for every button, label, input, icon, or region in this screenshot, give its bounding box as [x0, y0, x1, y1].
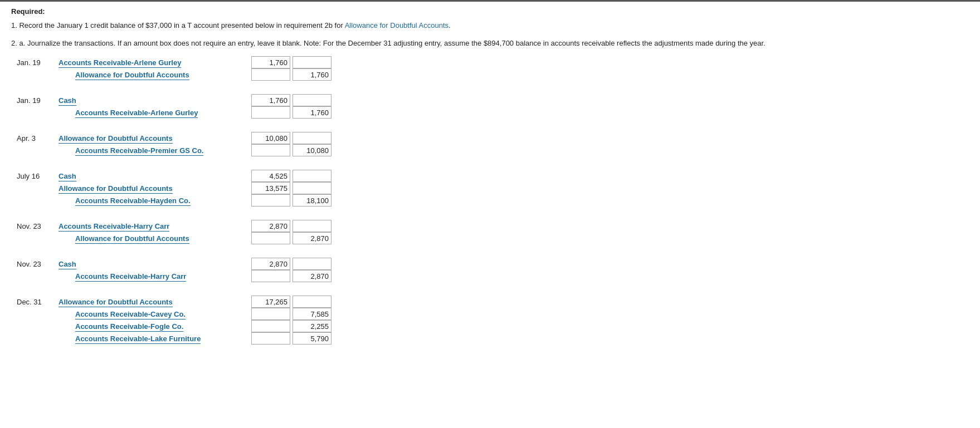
- account-name-1-1[interactable]: Accounts Receivable-Arlene Gurley: [58, 58, 181, 68]
- debit-input-4-2[interactable]: [251, 182, 290, 194]
- account-name-4-3[interactable]: Accounts Receivable-Hayden Co.: [75, 196, 191, 206]
- entry-date-3: [17, 150, 58, 151]
- journal-section: Jan. 19Accounts Receivable-Arlene Gurley…: [17, 56, 969, 350]
- debit-input-3-2[interactable]: [251, 144, 290, 156]
- entry-date-7: Dec. 31: [17, 297, 58, 306]
- entry-date-3: Apr. 3: [17, 134, 58, 142]
- journal-entry-group-1: Jan. 19Accounts Receivable-Arlene Gurley…: [17, 56, 969, 86]
- journal-entry-group-7: Dec. 31Allowance for Doubtful AccountsAc…: [17, 296, 969, 350]
- entry-date-7: [17, 326, 58, 327]
- debit-input-7-2[interactable]: [251, 308, 290, 320]
- account-name-1-2[interactable]: Allowance for Doubtful Accounts: [75, 71, 189, 80]
- credit-input-4-1[interactable]: [292, 170, 331, 182]
- credit-input-3-2[interactable]: [292, 144, 331, 156]
- entry-date-6: Nov. 23: [17, 259, 58, 268]
- page-container: Required: 1. Record the January 1 credit…: [0, 0, 980, 428]
- debit-input-6-2[interactable]: [251, 270, 290, 282]
- entry-row-4-2: Allowance for Doubtful Accounts: [17, 182, 969, 194]
- credit-input-7-3[interactable]: [292, 320, 331, 332]
- journal-entry-group-6: Nov. 23CashAccounts Receivable-Harry Car…: [17, 258, 969, 288]
- debit-input-5-1[interactable]: [251, 220, 290, 232]
- account-name-7-1[interactable]: Allowance for Doubtful Accounts: [58, 298, 173, 307]
- entry-date-7: [17, 314, 58, 314]
- instruction-1-prefix: 1. Record the January 1 credit balance o…: [11, 21, 345, 29]
- entry-row-3-1: Apr. 3Allowance for Doubtful Accounts: [17, 132, 969, 144]
- entry-row-2-2: Accounts Receivable-Arlene Gurley: [17, 106, 969, 119]
- debit-input-7-3[interactable]: [251, 320, 290, 332]
- credit-input-1-2[interactable]: [292, 68, 331, 81]
- account-name-7-4[interactable]: Accounts Receivable-Lake Furniture: [75, 334, 201, 344]
- entry-row-2-1: Jan. 19Cash: [17, 94, 969, 106]
- credit-input-4-3[interactable]: [292, 194, 331, 206]
- credit-input-6-2[interactable]: [292, 270, 331, 282]
- entry-date-4: [17, 188, 58, 189]
- credit-input-5-1[interactable]: [292, 220, 331, 232]
- credit-input-1-1[interactable]: [292, 56, 331, 68]
- entry-date-5: Nov. 23: [17, 222, 58, 230]
- entry-date-1: Jan. 19: [17, 58, 58, 67]
- credit-input-3-1[interactable]: [292, 132, 331, 144]
- allowance-link[interactable]: Allowance for Doubtful Accounts: [345, 21, 448, 29]
- debit-input-7-1[interactable]: [251, 296, 290, 308]
- journal-entry-group-2: Jan. 19CashAccounts Receivable-Arlene Gu…: [17, 94, 969, 124]
- debit-input-6-1[interactable]: [251, 258, 290, 270]
- entry-date-2: Jan. 19: [17, 96, 58, 105]
- account-name-7-3[interactable]: Accounts Receivable-Fogle Co.: [75, 322, 183, 332]
- entry-row-7-4: Accounts Receivable-Lake Furniture: [17, 332, 969, 345]
- debit-input-2-2[interactable]: [251, 106, 290, 119]
- required-header: Required:: [11, 7, 969, 16]
- entry-row-1-2: Allowance for Doubtful Accounts: [17, 68, 969, 81]
- account-name-7-2[interactable]: Accounts Receivable-Cavey Co.: [75, 310, 186, 319]
- entry-date-6: [17, 276, 58, 277]
- debit-input-3-1[interactable]: [251, 132, 290, 144]
- entry-row-4-3: Accounts Receivable-Hayden Co.: [17, 194, 969, 206]
- entry-row-7-2: Accounts Receivable-Cavey Co.: [17, 308, 969, 320]
- entry-row-5-2: Allowance for Doubtful Accounts: [17, 232, 969, 244]
- entry-date-1: [17, 75, 58, 75]
- debit-input-4-3[interactable]: [251, 194, 290, 206]
- entry-date-7: [17, 338, 58, 339]
- entry-date-5: [17, 238, 58, 239]
- entry-row-7-3: Accounts Receivable-Fogle Co.: [17, 320, 969, 332]
- entry-row-6-2: Accounts Receivable-Harry Carr: [17, 270, 969, 282]
- credit-input-5-2[interactable]: [292, 232, 331, 244]
- credit-input-2-1[interactable]: [292, 94, 331, 106]
- journal-entry-group-4: July 16CashAllowance for Doubtful Accoun…: [17, 170, 969, 212]
- account-name-4-1[interactable]: Cash: [58, 172, 76, 181]
- account-name-4-2[interactable]: Allowance for Doubtful Accounts: [58, 184, 173, 194]
- credit-input-2-2[interactable]: [292, 106, 331, 119]
- journal-entry-group-3: Apr. 3Allowance for Doubtful AccountsAcc…: [17, 132, 969, 162]
- credit-input-7-1[interactable]: [292, 296, 331, 308]
- entry-row-7-1: Dec. 31Allowance for Doubtful Accounts: [17, 296, 969, 308]
- entry-date-4: [17, 200, 58, 201]
- credit-input-7-4[interactable]: [292, 332, 331, 345]
- journal-entry-group-5: Nov. 23Accounts Receivable-Harry CarrAll…: [17, 220, 969, 250]
- account-name-3-2[interactable]: Accounts Receivable-Premier GS Co.: [75, 146, 203, 156]
- account-name-6-2[interactable]: Accounts Receivable-Harry Carr: [75, 272, 186, 282]
- debit-input-1-2[interactable]: [251, 68, 290, 81]
- debit-input-1-1[interactable]: [251, 56, 290, 68]
- account-name-3-1[interactable]: Allowance for Doubtful Accounts: [58, 134, 173, 144]
- account-name-5-1[interactable]: Accounts Receivable-Harry Carr: [58, 222, 169, 232]
- entry-row-4-1: July 16Cash: [17, 170, 969, 182]
- entry-row-1-1: Jan. 19Accounts Receivable-Arlene Gurley: [17, 56, 969, 68]
- instruction-1-suffix: .: [448, 21, 451, 29]
- credit-input-7-2[interactable]: [292, 308, 331, 320]
- debit-input-7-4[interactable]: [251, 332, 290, 345]
- debit-input-2-1[interactable]: [251, 94, 290, 106]
- instruction-2: 2. a. Journalize the transactions. If an…: [11, 38, 969, 49]
- account-name-5-2[interactable]: Allowance for Doubtful Accounts: [75, 234, 189, 244]
- debit-input-4-1[interactable]: [251, 170, 290, 182]
- entry-row-3-2: Accounts Receivable-Premier GS Co.: [17, 144, 969, 156]
- credit-input-4-2[interactable]: [292, 182, 331, 194]
- account-name-6-1[interactable]: Cash: [58, 260, 76, 269]
- account-name-2-1[interactable]: Cash: [58, 96, 76, 106]
- instruction-1: 1. Record the January 1 credit balance o…: [11, 20, 969, 31]
- entry-row-5-1: Nov. 23Accounts Receivable-Harry Carr: [17, 220, 969, 232]
- entry-row-6-1: Nov. 23Cash: [17, 258, 969, 270]
- debit-input-5-2[interactable]: [251, 232, 290, 244]
- account-name-2-2[interactable]: Accounts Receivable-Arlene Gurley: [75, 109, 198, 118]
- credit-input-6-1[interactable]: [292, 258, 331, 270]
- entry-date-2: [17, 112, 58, 113]
- entry-date-4: July 16: [17, 171, 58, 180]
